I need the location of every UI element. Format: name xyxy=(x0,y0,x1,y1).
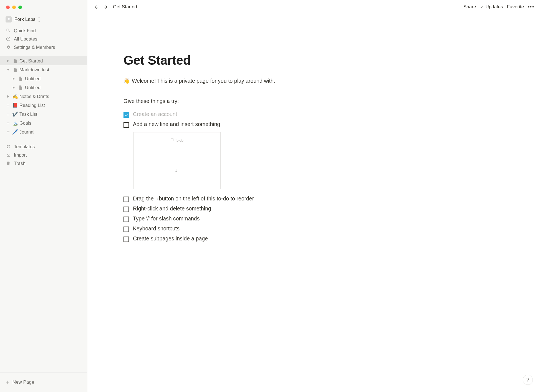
add-page-icon[interactable]: + xyxy=(6,111,11,117)
import-icon xyxy=(6,152,11,158)
templates-button[interactable]: Templates xyxy=(0,142,87,151)
sidebar-page-untitled[interactable]: Untitled xyxy=(0,74,87,83)
trash-button[interactable]: Trash xyxy=(0,159,87,167)
import-button[interactable]: Import xyxy=(0,151,87,159)
page-icon xyxy=(18,85,23,90)
page-emoji-icon: ✍️ xyxy=(12,94,18,99)
todo-row[interactable]: Add a new line and insert something xyxy=(123,119,529,129)
topbar: Get Started Share Updates Favorite ••• xyxy=(87,0,540,14)
todo-text[interactable]: Create an account xyxy=(133,111,177,117)
plus-icon: + xyxy=(6,379,9,386)
sidebar-page-journal[interactable]: +🖊️Journal xyxy=(0,127,87,136)
import-label: Import xyxy=(14,152,27,158)
help-button[interactable]: ? xyxy=(523,375,533,385)
sidebar-page-goals[interactable]: +🏔️Goals xyxy=(0,119,87,127)
embed-todo-label: To-do xyxy=(175,139,183,142)
todo-link[interactable]: Keyboard shortcuts xyxy=(133,225,180,232)
caret-right-icon[interactable] xyxy=(6,94,11,99)
text-cursor-icon: I xyxy=(175,168,177,173)
chevron-up-down-icon: ⌃⌃ xyxy=(38,17,41,22)
todo-checkbox[interactable] xyxy=(123,217,129,222)
sidebar-page-markdown-test[interactable]: Markdown test xyxy=(0,65,87,74)
todo-text[interactable]: Add a new line and insert something xyxy=(133,121,220,127)
page-content[interactable]: Get Started 👋 Welcome! This is a private… xyxy=(87,14,540,392)
sidebar-page-notes-drafts[interactable]: ✍️Notes & Drafts xyxy=(0,92,87,101)
caret-right-icon[interactable] xyxy=(11,76,16,81)
templates-label: Templates xyxy=(14,144,35,149)
add-page-icon[interactable]: + xyxy=(6,120,11,126)
all-updates-button[interactable]: All Updates xyxy=(0,35,87,43)
todo-checkbox[interactable] xyxy=(123,122,129,128)
breadcrumb[interactable]: Get Started xyxy=(113,4,137,10)
add-page-icon[interactable]: + xyxy=(6,102,11,109)
embed-preview: To-doI xyxy=(133,132,221,189)
todo-checkbox[interactable] xyxy=(123,112,129,118)
caret-right-icon[interactable] xyxy=(11,85,16,90)
todo-checkbox[interactable] xyxy=(123,197,129,202)
main-area: Get Started Share Updates Favorite ••• G… xyxy=(87,0,540,392)
quick-find-button[interactable]: Quick Find xyxy=(0,26,87,35)
todo-row[interactable]: Keyboard shortcuts xyxy=(123,224,529,234)
search-icon xyxy=(6,28,11,33)
window-close-button[interactable] xyxy=(6,6,10,9)
updates-label: Updates xyxy=(485,4,503,10)
todo-text[interactable]: Create subpages inside a page xyxy=(133,235,208,242)
sidebar: F Fork Labs ⌃⌃ Quick Find All Updates xyxy=(0,0,87,392)
wave-icon: 👋 xyxy=(123,78,130,84)
check-icon xyxy=(480,5,484,9)
updates-button[interactable]: Updates xyxy=(480,4,503,10)
drag-handle-icon: ⠿ xyxy=(155,196,157,201)
intro-line[interactable]: 👋 Welcome! This is a private page for yo… xyxy=(123,78,529,98)
add-page-icon[interactable]: + xyxy=(6,129,11,135)
nav-forward-button[interactable] xyxy=(103,4,109,10)
todo-text[interactable]: Right-click and delete something xyxy=(133,205,211,212)
todo-row[interactable]: Create subpages inside a page xyxy=(123,234,529,244)
subhead[interactable]: Give these things a try: xyxy=(123,98,529,109)
todo-row[interactable]: Type '/' for slash commands xyxy=(123,214,529,224)
sidebar-page-untitled[interactable]: Untitled xyxy=(0,83,87,92)
clock-icon xyxy=(6,36,11,42)
todo-checkbox[interactable] xyxy=(123,237,129,242)
todo-row[interactable]: Create an account xyxy=(123,109,529,119)
todo-checkbox[interactable] xyxy=(123,207,129,212)
sidebar-page-get-started[interactable]: Get Started xyxy=(0,56,87,65)
nav-back-button[interactable] xyxy=(93,4,99,10)
settings-button[interactable]: Settings & Members xyxy=(0,43,87,51)
share-button[interactable]: Share xyxy=(463,4,476,10)
sidebar-page-task-list[interactable]: +✔️Task List xyxy=(0,110,87,119)
todo-text[interactable]: Drag the ⠿ button on the left of this to… xyxy=(133,195,254,202)
caret-right-icon[interactable] xyxy=(6,58,11,63)
checkbox-icon xyxy=(171,139,173,141)
favorite-button[interactable]: Favorite xyxy=(507,4,524,10)
more-button[interactable]: ••• xyxy=(528,4,534,10)
page-emoji-icon: 🏔️ xyxy=(12,120,18,126)
page-emoji-icon: 🖊️ xyxy=(12,129,18,135)
page-tree: Get StartedMarkdown testUntitledUntitled… xyxy=(0,52,87,136)
page-title[interactable]: Get Started xyxy=(123,14,529,78)
page-icon xyxy=(18,76,23,81)
page-label: Goals xyxy=(19,120,31,126)
todo-list: Create an accountAdd a new line and inse… xyxy=(123,109,529,244)
todo-checkbox[interactable] xyxy=(123,227,129,232)
window-controls xyxy=(0,0,87,9)
workspace-name: Fork Labs xyxy=(14,17,36,22)
todo-text[interactable]: Type '/' for slash commands xyxy=(133,215,200,222)
todo-text[interactable]: Keyboard shortcuts xyxy=(133,225,180,232)
trash-label: Trash xyxy=(14,161,26,166)
caret-down-icon[interactable] xyxy=(6,67,11,72)
todo-row[interactable]: Right-click and delete something xyxy=(123,204,529,214)
new-page-button[interactable]: + New Page xyxy=(0,374,87,390)
page-icon xyxy=(12,58,18,64)
sidebar-page-reading-list[interactable]: +📕Reading List xyxy=(0,101,87,110)
page-emoji-icon: 📕 xyxy=(12,102,18,108)
page-icon xyxy=(12,67,18,72)
templates-icon xyxy=(6,144,11,149)
workspace-switcher[interactable]: F Fork Labs ⌃⌃ xyxy=(0,9,87,25)
settings-label: Settings & Members xyxy=(14,45,55,50)
todo-row[interactable]: Drag the ⠿ button on the left of this to… xyxy=(123,194,529,204)
page-label: Untitled xyxy=(25,85,41,90)
quick-find-label: Quick Find xyxy=(14,28,36,33)
window-minimize-button[interactable] xyxy=(12,6,16,9)
gear-icon xyxy=(6,44,11,50)
window-zoom-button[interactable] xyxy=(18,6,22,9)
